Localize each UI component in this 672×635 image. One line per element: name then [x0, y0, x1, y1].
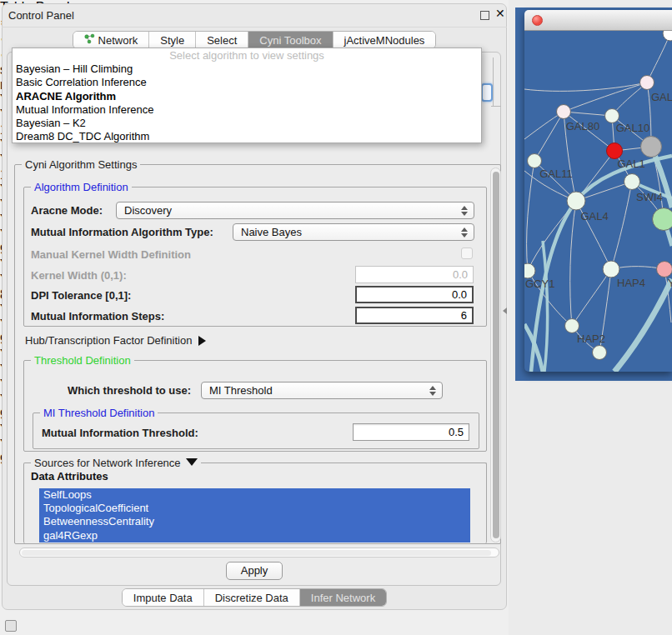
node-label-hap4: HAP4: [617, 277, 645, 289]
network-node-unlabeled[interactable]: [593, 346, 607, 360]
zoom-button[interactable]: [524, 15, 535, 26]
threshold-definition-title: Threshold Definition: [31, 354, 134, 367]
occluded-groupbox-border: [491, 106, 501, 107]
aracne-mode-label: Aracne Mode:: [31, 204, 103, 217]
tab-label: Style: [160, 34, 184, 47]
attribute-item-topologicalcoefficient[interactable]: TopologicalCoefficient: [39, 502, 470, 515]
dropdown-placeholder: Select algorithm to view settings: [13, 49, 481, 62]
network-node-gal80[interactable]: [557, 105, 571, 119]
scrollbar-thumb[interactable]: [493, 172, 499, 538]
network-icon: [84, 33, 95, 47]
node-label-gal: GAL: [651, 91, 672, 103]
mi-threshold-field[interactable]: 0.5: [353, 423, 469, 441]
network-node-gcy1[interactable]: [524, 263, 535, 278]
float-window-icon[interactable]: [480, 11, 489, 20]
node-label-gal4: GAL4: [580, 210, 608, 222]
network-node-unlabeled[interactable]: [663, 31, 672, 41]
aracne-mode-select[interactable]: Discovery: [116, 202, 474, 219]
tab-impute-data[interactable]: Impute Data: [123, 589, 204, 606]
algorithm-option-bayesian-k2[interactable]: Bayesian – K2: [13, 117, 481, 130]
manual-kernel-width-checkbox[interactable]: [461, 248, 473, 259]
cyni-algorithm-settings-group: Cyni Algorithm Settings Algorithm Defini…: [14, 164, 501, 544]
network-node-gal1[interactable]: [607, 143, 623, 159]
node-label-hap2: HAP2: [577, 332, 605, 345]
sources-group: Sources for Network Inference Data Attri…: [23, 462, 487, 543]
mi-threshold-group: MI Threshold Definition Mutual Informati…: [33, 412, 479, 449]
tab-label: Select: [207, 34, 237, 47]
node-label-gal80: GAL80: [566, 120, 599, 132]
kernel-width-label: Kernel Width (0,1):: [31, 269, 127, 282]
tab-jactivemnodules[interactable]: jActiveMNodules: [333, 32, 436, 48]
tab-select[interactable]: Select: [196, 32, 248, 48]
dpi-tolerance-label: DPI Tolerance [0,1]:: [31, 289, 131, 302]
network-node-swi4[interactable]: [624, 174, 640, 190]
tab-label: jActiveMNodules: [344, 34, 425, 47]
mi-steps-field[interactable]: 6: [355, 307, 474, 324]
mi-threshold-label: Mutual Information Threshold:: [42, 427, 198, 439]
algorithm-options: Bayesian – Hill ClimbingBasic Correlatio…: [13, 62, 481, 144]
tab-label: Impute Data: [133, 592, 193, 604]
algorithm-definition-title: Algorithm Definition: [31, 181, 132, 193]
settings-horizontal-scrollbar[interactable]: [19, 548, 499, 558]
tab-infer-network[interactable]: Infer Network: [300, 589, 386, 606]
tab-style[interactable]: Style: [149, 32, 196, 48]
data-attributes-label: Data Attributes: [31, 470, 108, 482]
node-label-swi4: SWI4: [636, 191, 663, 203]
control-panel-title: Control Panel: [8, 9, 74, 22]
algorithm-option-mutual-information-inference[interactable]: Mutual Information Inference: [13, 103, 481, 117]
settings-vertical-scrollbar[interactable]: [490, 168, 501, 542]
sources-title-text: Sources for Network Inference: [34, 457, 181, 469]
algorithm-option-dream8-dc-tdc-algorithm[interactable]: Dream8 DC_TDC Algorithm: [13, 130, 481, 143]
expanded-arrow-icon[interactable]: [186, 458, 198, 466]
panel-grip-icon[interactable]: [5, 620, 17, 632]
divider-collapse-icon[interactable]: [503, 308, 507, 314]
network-node-unlabeled[interactable]: [653, 208, 672, 231]
which-threshold-label: Which threshold to use:: [68, 384, 191, 397]
attribute-item-betweennesscentrality[interactable]: BetweennessCentrality: [39, 515, 470, 528]
scrollbar-thumb[interactable]: [22, 550, 491, 556]
stepper-arrows-icon: [460, 205, 468, 217]
node-label-y: Y: [668, 277, 672, 289]
application-screen: Control Panel ✕ NetworkStyleSelectCyni T…: [0, 0, 672, 635]
network-node-gal[interactable]: [640, 76, 654, 90]
algorithm-option-basic-correlation-inference[interactable]: Basic Correlation Inference: [13, 76, 481, 89]
algorithm-option-bayesian-hill-climbing[interactable]: Bayesian – Hill Climbing: [13, 62, 481, 76]
network-canvas[interactable]: GALGAL80GAL10GAL1SWI4GAL11GAL4GCY1HAP4YH…: [524, 31, 672, 372]
attribute-item-gal4rgexp[interactable]: gal4RGexp: [39, 529, 470, 542]
network-node-gal4[interactable]: [567, 192, 585, 210]
network-node-hap4[interactable]: [603, 261, 619, 278]
apply-button[interactable]: Apply: [226, 562, 283, 580]
network-view-window[interactable]: GALGAL80GAL10GAL1SWI4GAL11GAL4GCY1HAP4YH…: [524, 10, 672, 372]
collapsed-arrow-icon[interactable]: [198, 336, 206, 346]
tab-label: Discretize Data: [215, 592, 288, 604]
which-threshold-select[interactable]: MI Threshold: [201, 382, 443, 399]
dpi-tolerance-field[interactable]: 0.0: [355, 286, 474, 303]
tab-label: Network: [98, 34, 138, 47]
mi-algorithm-type-label: Mutual Information Algorithm Type:: [31, 226, 213, 238]
network-node-y[interactable]: [657, 262, 672, 278]
network-window-titlebar[interactable]: [524, 10, 672, 31]
minimize-button[interactable]: [547, 15, 558, 26]
tab-network[interactable]: Network: [73, 32, 150, 48]
mi-algorithm-type-select[interactable]: Naive Bayes: [233, 223, 474, 241]
network-node-gal11[interactable]: [528, 154, 542, 168]
aracne-mode-value: Discovery: [124, 204, 172, 217]
manual-kernel-width-label: Manual Kernel Width Definition: [31, 248, 191, 261]
stepper-arrows-icon: [460, 227, 468, 238]
tab-discretize-data[interactable]: Discretize Data: [204, 589, 300, 606]
tab-cyni-toolbox[interactable]: Cyni Toolbox: [248, 32, 333, 48]
network-node-hap2[interactable]: [565, 319, 579, 333]
node-label-gal1: GAL1: [617, 158, 644, 170]
network-node-gal10[interactable]: [605, 109, 619, 123]
attribute-item-selfloops[interactable]: SelfLoops: [39, 488, 470, 502]
data-attributes-list[interactable]: SelfLoopsTopologicalCoefficientBetweenne…: [39, 488, 470, 542]
algorithm-option-aracne-algorithm[interactable]: ARACNE Algorithm: [13, 90, 481, 103]
network-node-unlabeled[interactable]: [641, 137, 662, 158]
hub-definition-section[interactable]: Hub/Transcription Factor Definition: [25, 334, 206, 347]
kernel-width-field[interactable]: 0.0: [355, 266, 474, 283]
node-label-gal11: GAL11: [539, 168, 573, 180]
algorithm-dropdown-popup: Select algorithm to view settings Bayesi…: [12, 48, 482, 143]
close-icon[interactable]: ✕: [495, 7, 505, 20]
hub-definition-label: Hub/Transcription Factor Definition: [25, 334, 192, 347]
occluded-groupbox-border: [493, 58, 494, 106]
